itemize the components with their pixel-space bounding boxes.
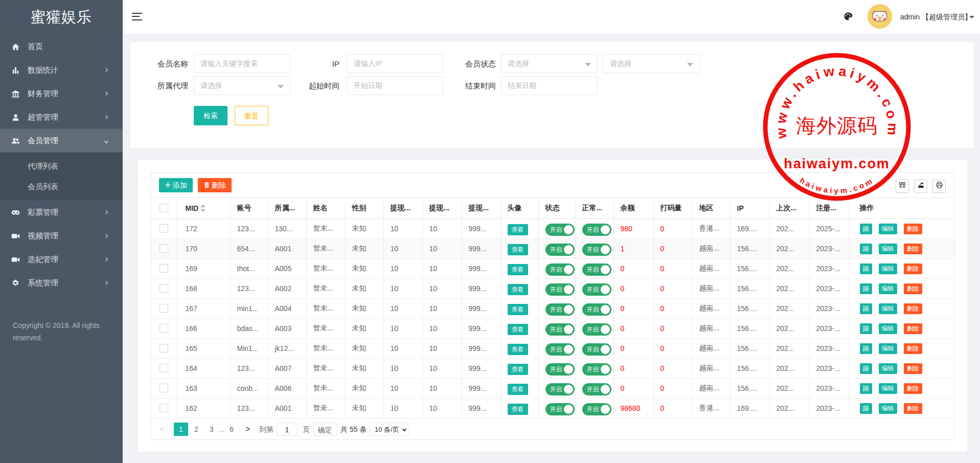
- svg-text:haiwaiym.com: haiwaiym.com: [784, 156, 890, 171]
- svg-text:海外源码: 海外源码: [796, 115, 878, 137]
